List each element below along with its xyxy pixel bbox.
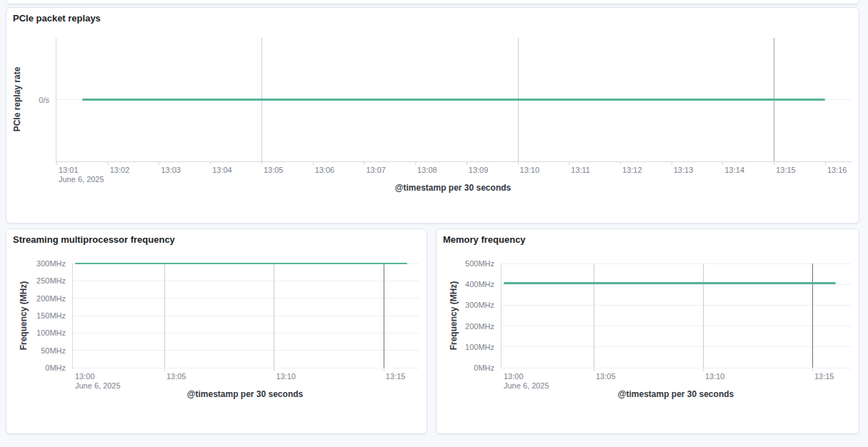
gridline-horizontal (73, 316, 419, 316)
x-tick-mark (415, 162, 416, 165)
x-tick-mark (518, 162, 519, 165)
x-tick-label: 13:05 (166, 371, 186, 381)
plot-area[interactable] (72, 263, 419, 368)
series-line (82, 99, 825, 101)
x-tick-label: 13:06 (315, 165, 335, 175)
x-tick-mark (210, 162, 211, 165)
y-tick-label: 100MHz (437, 342, 494, 352)
x-tick-mark (672, 162, 672, 165)
x-tick-label: 13:05 (596, 371, 616, 381)
x-tick-mark (364, 162, 364, 165)
x-tick-label: 13:05 (264, 165, 284, 175)
gridline-vertical (703, 263, 704, 368)
gridline-vertical (594, 263, 594, 368)
y-tick-label: 300MHz (6, 258, 66, 268)
x-tick-mark (569, 162, 569, 165)
x-tick-mark (159, 162, 159, 165)
x-tick-label: 13:03 (161, 165, 181, 175)
x-tick-label: 13:11 (571, 165, 590, 175)
x-axis-title: @timestamp per 30 seconds (187, 389, 303, 399)
x-tick-mark (703, 368, 704, 371)
gridline-horizontal (73, 333, 419, 333)
y-tick-label: 300MHz (437, 300, 494, 310)
x-tick-label: 13:00 (75, 371, 95, 381)
x-tick-date-label: June 6, 2025 (59, 174, 104, 184)
x-tick-date-label: June 6, 2025 (504, 381, 549, 391)
y-tick-label: 400MHz (437, 279, 494, 289)
y-tick-label: 50MHz (6, 346, 66, 356)
x-axis-title: @timestamp per 30 seconds (395, 183, 511, 193)
gridline-horizontal (502, 326, 852, 326)
x-tick-mark (467, 162, 467, 165)
gridline-vertical (164, 263, 165, 368)
x-axis-title: @timestamp per 30 seconds (618, 389, 734, 399)
x-tick-label: 13:14 (724, 165, 744, 175)
x-tick-mark (812, 368, 813, 371)
x-tick-label: 13:15 (814, 371, 834, 381)
x-tick-date-label: June 6, 2025 (75, 381, 121, 391)
gridline-vertical (274, 263, 274, 368)
gridline-horizontal (73, 298, 419, 298)
x-tick-mark (825, 162, 826, 165)
chart-title: Streaming multiprocessor frequency (13, 234, 175, 245)
gridline-horizontal (502, 346, 852, 347)
plot-area[interactable] (56, 38, 852, 162)
y-tick-label: 0MHz (6, 363, 66, 373)
chart-title: Memory frequency (443, 234, 526, 245)
x-tick-label: 13:04 (212, 165, 232, 175)
gridline-horizontal (502, 305, 852, 306)
y-tick-label: 200MHz (437, 321, 494, 331)
x-tick-mark (261, 162, 262, 165)
x-tick-mark (620, 162, 621, 165)
x-tick-label: 13:00 (504, 371, 524, 381)
x-tick-mark (774, 162, 774, 165)
x-tick-label: 13:10 (705, 371, 725, 381)
gridline-vertical (384, 263, 384, 368)
gridline-horizontal (502, 263, 852, 264)
y-tick-label: 250MHz (6, 276, 66, 286)
x-tick-label: 13:07 (366, 165, 386, 175)
x-tick-label: 13:01 (59, 165, 79, 175)
x-tick-mark (164, 368, 165, 371)
x-tick-label: 13:15 (776, 165, 796, 175)
x-tick-label: 13:10 (520, 165, 540, 175)
x-tick-mark (274, 368, 274, 371)
x-tick-label: 13:13 (674, 165, 694, 175)
x-tick-mark (108, 162, 109, 165)
x-tick-mark (384, 368, 384, 371)
gridline-horizontal (73, 350, 419, 351)
panel-partial-top (6, 0, 859, 4)
y-tick-label: 500MHz (437, 258, 494, 268)
x-tick-mark (56, 162, 57, 165)
y-tick-label: 150MHz (6, 311, 66, 321)
chart-title: PCIe packet replays (13, 13, 101, 24)
x-tick-mark (722, 162, 723, 165)
y-tick-label: 0/s (6, 95, 49, 105)
x-tick-label: 13:12 (622, 165, 642, 175)
y-axis-title: Frequency (MHz) (449, 281, 459, 351)
y-tick-label: 0MHz (437, 363, 494, 373)
x-tick-label: 13:08 (417, 165, 437, 175)
gridline-horizontal (73, 368, 419, 368)
x-tick-label: 13:09 (469, 165, 489, 175)
panel-streaming-multiprocessor-frequency: Streaming multiprocessor frequency Frequ… (6, 228, 427, 434)
panel-pcie-packet-replays: PCIe packet replays PCIe replay rate @ti… (6, 7, 859, 224)
panel-memory-frequency: Memory frequency Frequency (MHz) @timest… (436, 228, 859, 434)
x-tick-label: 13:15 (386, 371, 406, 381)
x-tick-label: 13:02 (110, 165, 130, 175)
series-line (504, 282, 837, 284)
x-tick-mark (313, 162, 314, 165)
series-line (75, 263, 408, 265)
x-tick-label: 13:16 (827, 165, 847, 175)
x-tick-mark (594, 368, 594, 371)
gridline-vertical (812, 263, 813, 368)
plot-area[interactable] (501, 263, 852, 368)
x-tick-label: 13:10 (276, 371, 296, 381)
gridline-horizontal (502, 368, 852, 368)
y-tick-label: 200MHz (6, 293, 66, 303)
gridline-horizontal (73, 281, 419, 281)
y-tick-label: 100MHz (6, 328, 66, 338)
